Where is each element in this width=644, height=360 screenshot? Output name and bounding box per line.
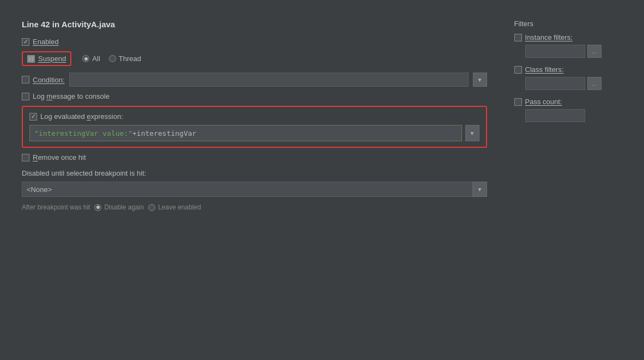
svg-rect-1 (32, 57, 33, 61)
all-radio-wrap[interactable]: All (82, 55, 100, 63)
log-expr-header: Log evaluated expression: (29, 112, 479, 121)
suspend-icon (27, 55, 35, 63)
class-filter-input-row: ... (525, 77, 622, 90)
disable-again-label: Disable again (104, 203, 144, 211)
log-expr-input-display[interactable]: "interestingVar value:" + interestingVar (29, 125, 462, 141)
pass-count-input[interactable] (525, 109, 585, 122)
log-message-row: Log message to console (22, 92, 487, 100)
leave-enabled-radio[interactable] (148, 204, 155, 211)
enabled-label: Enabled (33, 38, 59, 46)
class-filter-section: Class filters: ... (514, 65, 622, 90)
disable-again-radio[interactable] (94, 204, 101, 211)
log-expr-box: Log evaluated expression: "interestingVa… (22, 106, 487, 148)
log-expr-operator: + (132, 129, 137, 137)
none-row: <None> ▼ (22, 182, 487, 197)
log-message-checkbox[interactable] (22, 93, 29, 100)
suspend-box[interactable]: Suspend (22, 51, 71, 66)
suspend-label: Suspend (38, 55, 66, 63)
log-message-label: Log message to console (33, 92, 110, 100)
instance-filter-section: Instance filters: ... (514, 33, 622, 58)
condition-row: Condition: ▼ (22, 73, 487, 87)
instance-filter-row: Instance filters: (514, 33, 622, 41)
log-expr-checkbox-wrap[interactable]: Log evaluated expression: (29, 112, 123, 121)
thread-radio[interactable] (109, 55, 116, 62)
after-row: After breakpoint was hit Disable again L… (22, 203, 487, 211)
remove-once-checkbox[interactable] (22, 154, 29, 161)
class-filter-checkbox[interactable] (514, 66, 522, 74)
class-filter-ellipsis[interactable]: ... (587, 77, 602, 90)
class-filter-label: Class filters: (525, 65, 564, 74)
log-expr-input-row: "interestingVar value:" + interestingVar… (29, 125, 479, 141)
all-radio[interactable] (82, 55, 89, 62)
class-filter-row: Class filters: (514, 65, 622, 74)
instance-filter-input[interactable] (525, 45, 585, 58)
none-select[interactable]: <None> (22, 182, 473, 197)
log-expr-var: interestingVar (137, 129, 197, 137)
suspend-row: Suspend All Thread (22, 51, 487, 66)
after-prefix: After breakpoint was hit (22, 203, 90, 211)
svg-rect-0 (29, 57, 31, 61)
filters-title: Filters (514, 20, 622, 28)
none-option-label: <None> (27, 185, 52, 194)
log-expr-dropdown[interactable]: ▼ (465, 125, 479, 141)
thread-radio-label: Thread (119, 55, 141, 63)
enabled-checkbox[interactable] (22, 38, 29, 46)
page-title: Line 42 in ActivityA.java (22, 20, 487, 29)
pass-count-input-row (525, 109, 622, 122)
right-panel: Filters Instance filters: ... Class filt… (503, 11, 633, 139)
disable-again-wrap[interactable]: Disable again (94, 203, 144, 211)
remove-once-checkbox-wrap[interactable]: Remove once hit (22, 153, 86, 161)
pass-count-section: Pass count: (514, 98, 622, 122)
condition-checkbox[interactable] (22, 76, 29, 83)
condition-label: Condition: (33, 76, 65, 84)
leave-enabled-label: Leave enabled (158, 203, 201, 211)
instance-filter-checkbox[interactable] (514, 34, 522, 41)
none-dropdown-btn[interactable]: ▼ (473, 182, 487, 197)
log-message-checkbox-wrap[interactable]: Log message to console (22, 92, 110, 100)
instance-filter-input-row: ... (525, 45, 622, 58)
condition-checkbox-wrap[interactable]: Condition: (22, 76, 65, 84)
instance-filter-label: Instance filters: (525, 33, 573, 41)
thread-radio-wrap[interactable]: Thread (109, 55, 141, 63)
enabled-checkbox-wrap[interactable]: Enabled (22, 38, 59, 46)
log-expr-label: Log evaluated expression: (40, 112, 123, 121)
log-expr-string-part: "interestingVar value:" (34, 129, 132, 137)
condition-input[interactable] (69, 73, 469, 87)
pass-count-row: Pass count: (514, 98, 622, 106)
leave-enabled-wrap[interactable]: Leave enabled (148, 203, 201, 211)
disabled-until-label: Disabled until selected breakpoint is hi… (22, 169, 487, 177)
instance-filter-ellipsis[interactable]: ... (587, 45, 602, 58)
main-panel: Line 42 in ActivityA.java Enabled Suspen… (11, 11, 498, 220)
condition-dropdown[interactable]: ▼ (473, 73, 487, 87)
pass-count-label: Pass count: (525, 98, 562, 106)
remove-once-label: Remove once hit (33, 153, 86, 161)
class-filter-input[interactable] (525, 77, 585, 90)
log-expr-checkbox[interactable] (29, 113, 37, 121)
all-radio-label: All (92, 55, 100, 63)
enabled-row: Enabled (22, 38, 487, 46)
remove-once-row: Remove once hit (22, 153, 487, 161)
pass-count-checkbox[interactable] (514, 98, 522, 106)
